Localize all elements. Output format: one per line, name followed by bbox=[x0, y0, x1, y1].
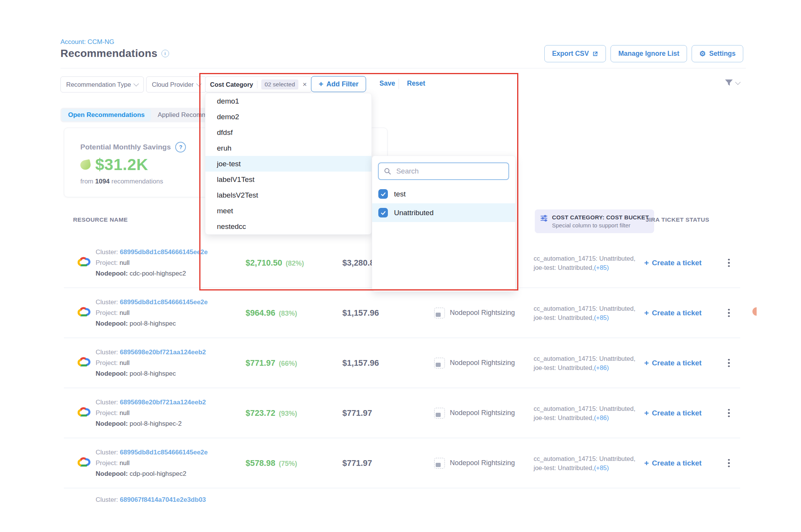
dropdown-item[interactable]: eruh bbox=[205, 140, 371, 156]
nodepool-label: Nodepool: bbox=[96, 470, 128, 477]
cost-category-filter[interactable]: Cost Category 02 selected × bbox=[205, 76, 312, 92]
create-ticket-button[interactable]: + Create a ticket bbox=[644, 358, 702, 368]
project-label: Project: bbox=[96, 309, 118, 316]
recommendation-type-cell: Nodepool Rightsizing bbox=[434, 458, 515, 469]
dropdown-item[interactable]: nestedcc bbox=[205, 219, 371, 234]
cluster-id-link[interactable]: 68995db8d1c854666145ee2e bbox=[120, 248, 208, 256]
settings-button[interactable]: ⚙ Settings bbox=[692, 45, 743, 62]
search-field[interactable] bbox=[378, 162, 509, 180]
cluster-id-link[interactable]: 6895698e20bf721aa124eeb2 bbox=[120, 399, 206, 406]
cluster-id-link[interactable]: 689067f8414a7041e2e3db03 bbox=[120, 496, 206, 503]
tab-open-recommendations[interactable]: Open Recommendations bbox=[62, 109, 151, 121]
gear-icon: ⚙ bbox=[699, 50, 706, 57]
savings-subtext: from 1094 recommendations bbox=[80, 178, 163, 185]
cost-bucket-line1: cc_automation_14715: Unattributed, bbox=[534, 354, 635, 363]
table-row[interactable]: Cluster: 6895698e20bf721aa124eeb2 Projec… bbox=[64, 388, 740, 438]
cloud-provider-filter[interactable]: Cloud Provider bbox=[146, 76, 207, 92]
kebab-menu-icon[interactable] bbox=[726, 457, 731, 469]
cluster-id-link[interactable]: 68995db8d1c854666145ee2e bbox=[120, 449, 208, 456]
search-input[interactable] bbox=[396, 167, 503, 176]
savings-percent: (66%) bbox=[279, 359, 297, 367]
create-ticket-button[interactable]: + Create a ticket bbox=[644, 258, 702, 268]
nodepool-line: Nodepool: cdc-pool-highspec2 bbox=[96, 268, 208, 279]
cluster-line: Cluster: 68995db8d1c854666145ee2e bbox=[96, 447, 208, 458]
project-value: null bbox=[119, 359, 129, 367]
plus-icon: + bbox=[644, 258, 649, 268]
close-icon[interactable]: × bbox=[303, 80, 307, 89]
column-header-cost-category[interactable]: COST CATEGORY: COST BUCKET Special colum… bbox=[535, 209, 654, 233]
dropdown-item[interactable]: demo2 bbox=[205, 109, 371, 125]
dropdown-item-label: eruh bbox=[217, 144, 231, 152]
rightsizing-icon bbox=[434, 358, 445, 368]
cost-bucket-more-link[interactable]: (+85) bbox=[594, 314, 609, 321]
create-ticket-button[interactable]: + Create a ticket bbox=[644, 459, 702, 468]
table-row[interactable]: Cluster: 68995db8d1c854666145ee2e Projec… bbox=[64, 288, 740, 338]
cost-bucket-dropdown: test Unattributed bbox=[372, 156, 516, 292]
cluster-id-link[interactable]: 68995db8d1c854666145ee2e bbox=[120, 298, 208, 306]
cluster-id-link[interactable]: 6895698e20bf721aa124eeb2 bbox=[120, 349, 206, 356]
resource-details: Cluster: 689067f8414a7041e2e3db03 bbox=[96, 495, 206, 504]
kebab-menu-icon[interactable] bbox=[726, 407, 731, 419]
monthly-savings-cell: $2,710.50 (82%) bbox=[246, 258, 304, 268]
dropdown-item[interactable]: joe-test bbox=[205, 156, 371, 172]
resource-details: Cluster: 68995db8d1c854666145ee2e Projec… bbox=[96, 297, 208, 329]
monthly-savings-cell: $964.96 (83%) bbox=[246, 308, 297, 318]
dropdown-item[interactable]: demo1 bbox=[205, 93, 371, 109]
cost-bucket-more-link[interactable]: (+85) bbox=[594, 264, 609, 271]
cost-bucket-cell: cc_automation_14715: Unattributed, joe-t… bbox=[534, 404, 635, 422]
dropdown-item[interactable]: meet bbox=[205, 203, 371, 219]
question-icon[interactable]: ? bbox=[175, 142, 186, 152]
monthly-savings-cell: $771.97 (66%) bbox=[246, 358, 297, 368]
nodepool-value: cdc-pool-highspec2 bbox=[130, 270, 186, 277]
column-header-resource-name[interactable]: RESOURCE NAME bbox=[73, 216, 128, 223]
add-filter-button[interactable]: + Add Filter bbox=[311, 76, 366, 92]
resource-details: Cluster: 6895698e20bf721aa124eeb2 Projec… bbox=[96, 397, 206, 429]
kebab-menu-icon[interactable] bbox=[726, 357, 731, 369]
cost-bucket-more-link[interactable]: (+86) bbox=[594, 364, 609, 371]
edge-handle[interactable] bbox=[752, 307, 757, 316]
export-csv-button[interactable]: Export CSV bbox=[544, 45, 606, 62]
table-row[interactable]: Cluster: 68995db8d1c854666145ee2e Projec… bbox=[64, 438, 740, 488]
cost-bucket-more-link[interactable]: (+85) bbox=[594, 464, 609, 471]
recommendation-type-value: Nodepool Rightsizing bbox=[450, 359, 515, 367]
bucket-option[interactable]: Unattributed bbox=[372, 203, 515, 222]
settings-label: Settings bbox=[709, 50, 736, 58]
project-label: Project: bbox=[96, 359, 118, 367]
bucket-option[interactable]: test bbox=[372, 185, 515, 203]
savings-percent: (93%) bbox=[279, 409, 297, 417]
project-value: null bbox=[119, 309, 129, 316]
checkbox-checked-icon[interactable] bbox=[378, 189, 388, 199]
account-breadcrumb[interactable]: Account: CCM-NG bbox=[60, 38, 114, 46]
plus-icon: + bbox=[644, 409, 649, 418]
recommendation-type-cell: Nodepool Rightsizing bbox=[434, 358, 515, 368]
checkbox-checked-icon[interactable] bbox=[378, 208, 388, 217]
cost-bucket-line2: joe-test: Unattributed,(+86) bbox=[534, 363, 635, 372]
resource-details: Cluster: 68995db8d1c854666145ee2e Projec… bbox=[96, 247, 208, 279]
chevron-down-icon bbox=[134, 81, 139, 86]
dropdown-item-label: joe-test bbox=[217, 160, 241, 168]
info-icon[interactable]: i bbox=[161, 50, 169, 57]
savings-count: 1094 bbox=[95, 178, 110, 185]
filter-menu-button[interactable] bbox=[724, 78, 740, 88]
project-label: Project: bbox=[96, 459, 118, 467]
kebab-menu-icon[interactable] bbox=[726, 307, 731, 319]
dropdown-item[interactable]: dfdsf bbox=[205, 125, 371, 140]
project-line: Project: null bbox=[96, 258, 208, 268]
reset-filter-button[interactable]: Reset bbox=[407, 79, 425, 88]
table-row[interactable]: Cluster: 6895698e20bf721aa124eeb2 Projec… bbox=[64, 338, 740, 388]
manage-ignore-list-button[interactable]: Manage Ignore List bbox=[611, 45, 687, 62]
create-ticket-button[interactable]: + Create a ticket bbox=[644, 308, 702, 318]
bucket-option-label: Unattributed bbox=[394, 209, 434, 217]
recommendation-type-filter[interactable]: Recommendation Type bbox=[60, 76, 144, 92]
save-filter-button[interactable]: Save bbox=[379, 79, 395, 88]
table-row-partial[interactable]: Cluster: 689067f8414a7041e2e3db03 bbox=[64, 488, 740, 504]
dropdown-item[interactable]: labelV1Test bbox=[205, 172, 371, 187]
dropdown-item[interactable]: labelsV2Test bbox=[205, 187, 371, 203]
monthly-savings-cell: $578.98 (75%) bbox=[246, 458, 297, 468]
cost-bucket-line1: cc_automation_14715: Unattributed, bbox=[534, 304, 635, 313]
kebab-menu-icon[interactable] bbox=[726, 257, 731, 269]
cluster-line: Cluster: 6895698e20bf721aa124eeb2 bbox=[96, 397, 206, 408]
cost-bucket-more-link[interactable]: (+86) bbox=[594, 414, 609, 421]
create-ticket-button[interactable]: + Create a ticket bbox=[644, 409, 702, 418]
nodepool-label: Nodepool: bbox=[96, 320, 128, 327]
